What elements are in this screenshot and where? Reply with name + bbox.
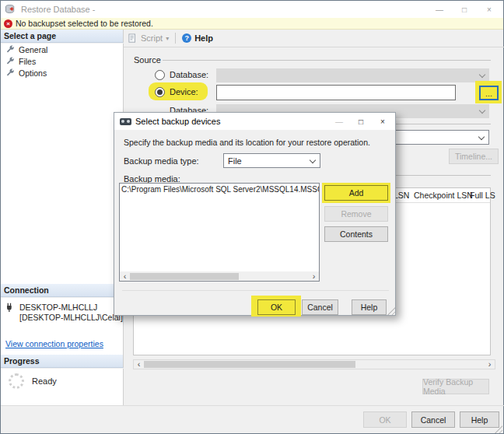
warning-text: No backupset selected to be restored.: [16, 19, 153, 28]
sidebar-item-files[interactable]: Files: [1, 55, 123, 67]
grid-column-checkpoint-lsn[interactable]: Checkpoint LSN: [414, 191, 473, 200]
sidebar-item-label: General: [19, 45, 47, 54]
device-path-input[interactable]: [216, 85, 456, 100]
chevron-down-icon: [479, 72, 485, 78]
scrollbar-thumb[interactable]: [130, 273, 239, 280]
device-radio[interactable]: [155, 87, 165, 97]
pages-panel: General Files Options: [1, 44, 124, 284]
sidebar-item-label: Options: [19, 68, 47, 78]
wrench-icon: [5, 68, 15, 78]
modal-help-button[interactable]: Help: [352, 299, 387, 315]
wrench-icon: [5, 57, 15, 66]
close-icon[interactable]: ×: [372, 114, 394, 129]
dialog-toolbar: Script ▾ ? Help: [124, 30, 504, 47]
scroll-left-icon[interactable]: ‹: [120, 272, 130, 281]
timeline-button[interactable]: Timeline...: [449, 149, 499, 164]
progress-status: Ready: [32, 376, 57, 386]
modal-footer-divider: [122, 290, 389, 291]
scroll-right-icon[interactable]: ›: [309, 272, 319, 281]
modal-titlebar: Select backup devices — □ ×: [114, 113, 395, 130]
progress-header: Progress: [1, 355, 124, 368]
chevron-down-icon: ▾: [166, 35, 169, 42]
backup-media-type-value: File: [228, 156, 242, 166]
view-connection-properties-link[interactable]: View connection properties: [5, 339, 103, 348]
chevron-down-icon: [479, 107, 485, 114]
backup-media-type-dropdown[interactable]: File: [223, 153, 320, 168]
select-a-page-header: Select a page: [1, 30, 124, 43]
chevron-down-icon: [310, 157, 316, 163]
backup-media-list[interactable]: C:\Program Files\Microsoft SQL Server2\M…: [119, 183, 320, 282]
modal-ok-button[interactable]: OK: [257, 299, 296, 315]
select-backup-devices-dialog: Select backup devices — □ × Specify the …: [114, 112, 396, 316]
maximize-icon[interactable]: □: [350, 114, 372, 129]
backup-device-icon: [120, 118, 131, 125]
script-icon: [128, 33, 138, 44]
minimize-icon[interactable]: —: [427, 1, 452, 18]
progress-panel: Ready: [1, 369, 124, 405]
maximize-icon[interactable]: □: [452, 1, 477, 18]
window-titlebar: Restore Database - — □ ×: [1, 1, 503, 18]
help-button[interactable]: ? Help: [182, 33, 213, 43]
add-button[interactable]: Add: [324, 185, 388, 201]
source-group-label: Source: [134, 55, 161, 65]
help-button[interactable]: Help: [460, 411, 499, 428]
device-radio-label: Device:: [170, 87, 198, 96]
source-group-line: [163, 60, 491, 61]
window-title: Restore Database -: [21, 5, 95, 14]
close-icon[interactable]: ×: [477, 1, 502, 18]
connection-header: Connection: [1, 284, 124, 297]
source-database-dropdown[interactable]: [216, 68, 489, 82]
restore-database-window: Restore Database - — □ × × No backupset …: [0, 0, 504, 434]
browse-device-button[interactable]: ...: [479, 86, 499, 100]
scroll-right-icon[interactable]: ›: [485, 360, 495, 369]
scrollbar-thumb[interactable]: [144, 361, 355, 368]
modal-resize-grip[interactable]: [387, 307, 395, 315]
modal-instruction: Specify the backup media and its locatio…: [124, 138, 370, 147]
remove-button[interactable]: Remove: [324, 206, 388, 222]
help-label: Help: [194, 33, 213, 43]
scroll-left-icon[interactable]: ‹: [134, 360, 144, 369]
verify-backup-media-button[interactable]: Verify Backup Media: [422, 379, 489, 394]
modal-cancel-button[interactable]: Cancel: [302, 299, 338, 315]
database-radio[interactable]: [155, 70, 165, 80]
error-icon: ×: [4, 19, 12, 28]
script-label: Script: [141, 33, 163, 43]
toolbar-divider: [175, 33, 176, 44]
grid-horizontal-scrollbar[interactable]: ‹ ›: [133, 359, 495, 369]
connection-server-user: [DESKTOP-MLHCLLJ\Celal]: [19, 313, 123, 323]
contents-button[interactable]: Contents: [324, 226, 388, 242]
sidebar-item-general[interactable]: General: [1, 44, 123, 55]
connection-server-name: DESKTOP-MLHCLLJ: [19, 303, 123, 313]
database-radio-label: Database:: [170, 70, 208, 79]
list-horizontal-scrollbar[interactable]: ‹ ›: [120, 271, 319, 282]
warning-bar: × No backupset selected to be restored.: [1, 18, 503, 30]
grid-column-full-lsn[interactable]: Full LS: [470, 191, 495, 200]
modal-title: Select backup devices: [135, 117, 220, 126]
backup-media-item[interactable]: C:\Program Files\Microsoft SQL Server2\M…: [121, 185, 320, 194]
minimize-icon[interactable]: —: [328, 114, 350, 129]
wrench-icon: [5, 45, 15, 54]
progress-spinner-icon: [9, 373, 24, 389]
grid-column-lsn[interactable]: LSN: [394, 191, 409, 200]
sidebar-item-label: Files: [19, 57, 36, 66]
script-button[interactable]: Script ▾: [128, 33, 169, 44]
restore-database-icon: [5, 4, 16, 15]
ok-button[interactable]: OK: [363, 411, 407, 428]
backup-media-type-label: Backup media type:: [124, 156, 199, 166]
chevron-down-icon: [478, 134, 485, 140]
help-icon: ?: [182, 33, 191, 43]
server-connection-icon: [5, 303, 16, 313]
sidebar-item-options[interactable]: Options: [1, 67, 123, 79]
footer-divider: [1, 405, 504, 406]
connection-panel: DESKTOP-MLHCLLJ [DESKTOP-MLHCLLJ\Celal] …: [1, 298, 124, 355]
cancel-button[interactable]: Cancel: [411, 411, 455, 428]
